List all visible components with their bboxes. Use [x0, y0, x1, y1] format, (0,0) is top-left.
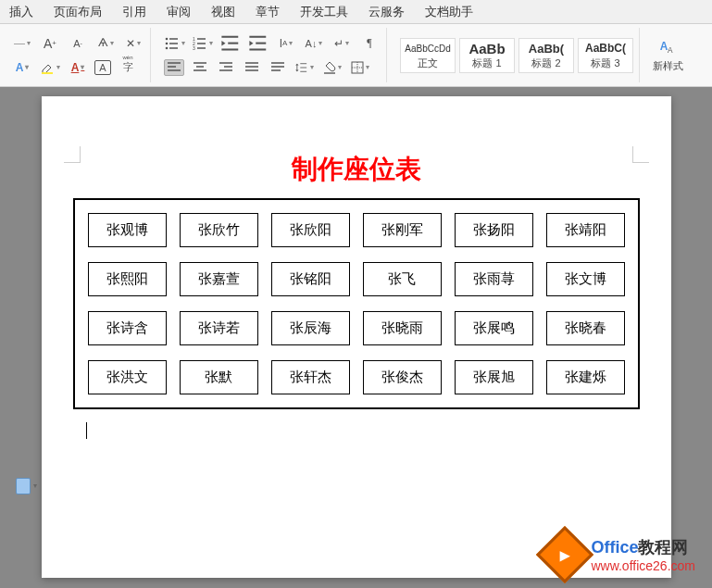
seat-cell[interactable]: 张观博 [88, 213, 167, 247]
menu-dochelper[interactable]: 文档助手 [425, 4, 473, 20]
svg-rect-38 [324, 72, 335, 74]
margin-corner-tr [632, 146, 649, 163]
clear-format-button[interactable]: ✕ [122, 33, 144, 54]
menu-layout[interactable]: 页面布局 [54, 4, 102, 20]
svg-point-5 [166, 46, 169, 49]
change-case-button[interactable]: Ѧ [94, 33, 117, 54]
indent-decrease-button[interactable] [219, 33, 242, 54]
text-effect-button[interactable]: A [11, 57, 33, 78]
shading-button[interactable] [321, 57, 344, 78]
menu-insert[interactable]: 插入 [9, 4, 33, 20]
styles-group: AaBbCcDd 正文 AaBb 标题 1 AaBb( 标题 2 AaBbC( … [394, 28, 640, 82]
menu-cloud[interactable]: 云服务 [368, 4, 405, 20]
text-direction-button[interactable]: IA [275, 33, 297, 54]
seat-cell[interactable]: 张晓雨 [363, 311, 442, 345]
seat-cell[interactable]: 张俊杰 [363, 360, 442, 394]
seat-cell[interactable]: 张诗含 [88, 311, 167, 345]
seat-cell[interactable]: 张建烁 [546, 360, 625, 394]
style-h3[interactable]: AaBbC( 标题 3 [578, 38, 633, 73]
seat-cell[interactable]: 张晓春 [546, 311, 625, 345]
watermark-text: Office教程网 www.office26.com [591, 536, 695, 573]
seat-cell[interactable]: 张扬阳 [455, 213, 533, 247]
seat-cell[interactable]: 张展鸣 [455, 311, 533, 345]
seat-cell[interactable]: 张雨荨 [455, 262, 533, 296]
seat-cell[interactable]: 张默 [180, 360, 258, 394]
style-body[interactable]: AaBbCcDd 正文 [400, 38, 456, 73]
character-border-button[interactable]: A [94, 60, 111, 75]
font-shrink-button[interactable]: A- [67, 33, 89, 54]
style-h1-label: 标题 1 [472, 56, 501, 70]
new-style-button[interactable]: AA 新样式 [647, 28, 688, 82]
line-spacing-button[interactable] [294, 57, 316, 78]
margin-corner-tl [64, 146, 81, 163]
align-center-button[interactable] [190, 59, 210, 76]
style-h3-preview: AaBbC( [585, 41, 626, 56]
seat-cell[interactable]: 张洪文 [88, 360, 167, 394]
seat-cell[interactable]: 张辰海 [271, 311, 350, 345]
seat-cell[interactable]: 张诗若 [180, 311, 258, 345]
seat-cell[interactable]: 张刚军 [363, 213, 442, 247]
menu-review[interactable]: 审阅 [167, 4, 191, 20]
style-h1-preview: AaBb [468, 41, 505, 56]
svg-rect-0 [42, 72, 53, 74]
style-h3-label: 标题 3 [591, 56, 619, 70]
seat-cell[interactable]: 张轩杰 [271, 360, 350, 394]
seat-cell[interactable]: 张欣竹 [180, 213, 258, 247]
text-cursor [86, 422, 87, 439]
seat-cell[interactable]: 张铭阳 [271, 262, 350, 296]
cursor-line [86, 422, 643, 443]
sort-button[interactable]: A↓ [303, 33, 325, 54]
font-color-button[interactable]: A [67, 57, 89, 78]
document-page[interactable]: 制作座位表 张观博 张欣竹 张欣阳 张刚军 张扬阳 张靖阳 张熙阳 张嘉萱 张铭… [42, 96, 671, 578]
svg-text:3: 3 [193, 45, 195, 50]
align-justify-button[interactable] [242, 59, 262, 76]
watermark-brand-1: Office [591, 538, 638, 557]
style-h1[interactable]: AaBb 标题 1 [459, 38, 515, 73]
new-style-label: 新样式 [653, 59, 683, 73]
seat-row: 张洪文 张默 张轩杰 张俊杰 张展旭 张建烁 [88, 360, 625, 394]
show-marks-button[interactable]: ↵ [331, 33, 353, 54]
seat-row: 张诗含 张诗若 张辰海 张晓雨 张展鸣 张晓春 [88, 311, 625, 345]
highlight-button[interactable] [39, 57, 61, 78]
seat-row: 张熙阳 张嘉萱 张铭阳 张飞 张雨荨 张文博 [88, 262, 625, 296]
seat-row: 张观博 张欣竹 张欣阳 张刚军 张扬阳 张靖阳 [88, 213, 625, 247]
document-title: 制作座位表 [69, 152, 643, 187]
style-body-label: 正文 [418, 56, 438, 70]
align-right-button[interactable] [216, 59, 236, 76]
phonetic-button[interactable]: 字wén [117, 57, 139, 78]
font-size-dropdown[interactable]: — [11, 33, 33, 54]
paragraph-marks-button[interactable]: ¶ [358, 33, 381, 54]
seat-table: 张观博 张欣竹 张欣阳 张刚军 张扬阳 张靖阳 张熙阳 张嘉萱 张铭阳 张飞 张… [73, 198, 640, 409]
seat-cell[interactable]: 张熙阳 [88, 262, 167, 296]
seat-cell[interactable]: 张展旭 [455, 360, 533, 394]
menu-bar: 插入 页面布局 引用 审阅 视图 章节 开发工具 云服务 文档助手 [0, 0, 712, 24]
seat-cell[interactable]: 张文博 [546, 262, 625, 296]
paste-options-button[interactable] [16, 478, 31, 494]
menu-view[interactable]: 视图 [211, 4, 235, 20]
bullets-button[interactable] [164, 33, 186, 54]
watermark-url: www.office26.com [591, 558, 695, 573]
indent-increase-button[interactable] [247, 33, 269, 54]
seat-cell[interactable]: 张靖阳 [546, 213, 625, 247]
ribbon: — A+ A- Ѧ ✕ A A A 字wén 123 IA A↓ ↵ ¶ [0, 24, 712, 87]
style-body-preview: AaBbCcDd [405, 41, 450, 56]
align-left-button[interactable] [164, 59, 184, 76]
watermark-logo-icon: ▸ [560, 544, 569, 566]
numbering-button[interactable]: 123 [192, 33, 214, 54]
font-grow-button[interactable]: A+ [39, 33, 61, 54]
svg-text:A: A [668, 46, 673, 55]
align-distribute-button[interactable] [268, 59, 288, 76]
style-h2-preview: AaBb( [529, 41, 564, 56]
svg-point-3 [166, 42, 169, 44]
document-area: 制作座位表 张观博 张欣竹 张欣阳 张刚军 张扬阳 张靖阳 张熙阳 张嘉萱 张铭… [0, 87, 712, 588]
watermark-brand-2: 教程网 [638, 538, 688, 557]
style-h2[interactable]: AaBb( 标题 2 [518, 38, 574, 73]
seat-cell[interactable]: 张飞 [363, 262, 442, 296]
watermark: ▸ Office教程网 www.office26.com [544, 534, 695, 575]
menu-reference[interactable]: 引用 [122, 4, 146, 20]
seat-cell[interactable]: 张欣阳 [271, 213, 350, 247]
borders-button[interactable] [349, 57, 371, 78]
seat-cell[interactable]: 张嘉萱 [180, 262, 258, 296]
menu-chapter[interactable]: 章节 [256, 4, 280, 20]
menu-devtools[interactable]: 开发工具 [300, 4, 348, 20]
